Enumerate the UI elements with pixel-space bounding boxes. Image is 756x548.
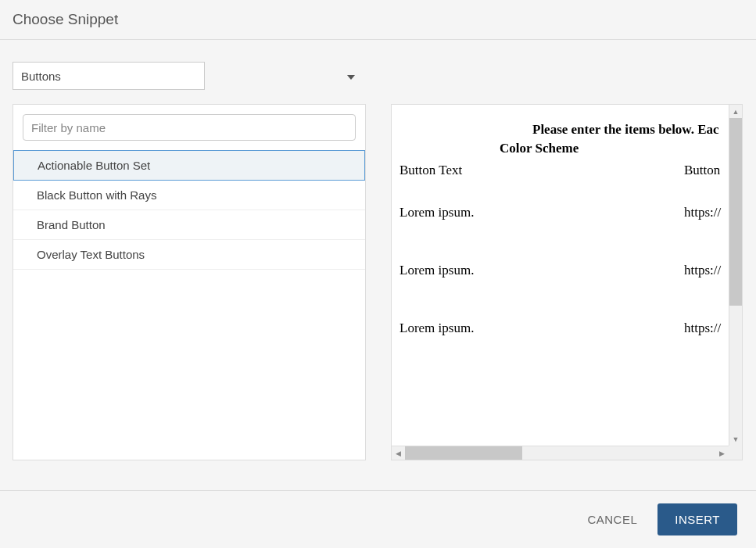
preview-header-right: Button (684, 163, 720, 178)
preview-inner: Please enter the items below. Eac Color … (399, 122, 742, 336)
preview-subtitle: Color Scheme (500, 141, 742, 156)
scroll-up-arrow-icon[interactable]: ▲ (729, 105, 742, 118)
preview-cell-left: Lorem ipsum. (399, 205, 684, 220)
preview-panel: Please enter the items below. Eac Color … (391, 104, 743, 460)
category-select-wrap: Buttons (13, 62, 366, 90)
vertical-scrollbar[interactable]: ▲ ▼ (729, 105, 742, 446)
preview-data-row: Lorem ipsum. https:// (399, 263, 742, 278)
scroll-right-arrow-icon[interactable]: ▶ (715, 446, 729, 460)
scroll-left-arrow-icon[interactable]: ◀ (392, 446, 405, 460)
snippet-item-label: Black Button with Rays (37, 188, 156, 202)
preview-content[interactable]: Please enter the items below. Eac Color … (392, 105, 742, 460)
vertical-scroll-thumb[interactable] (729, 118, 742, 306)
preview-data-row: Lorem ipsum. https:// (399, 205, 742, 220)
dialog-title: Choose Snippet (13, 11, 118, 27)
dialog-header: Choose Snippet (0, 0, 756, 39)
preview-cell-left: Lorem ipsum. (399, 263, 684, 278)
horizontal-scroll-thumb[interactable] (405, 446, 522, 460)
preview-data-row: Lorem ipsum. https:// (399, 321, 742, 336)
insert-button[interactable]: INSERT (657, 503, 737, 535)
snippet-list: Actionable Button Set Black Button with … (13, 150, 365, 270)
horizontal-scrollbar[interactable]: ◀ ▶ (392, 446, 729, 460)
scroll-corner (729, 446, 742, 460)
snippet-item-actionable-button-set[interactable]: Actionable Button Set (13, 150, 365, 181)
chevron-down-icon (347, 69, 355, 83)
filter-wrap (13, 105, 365, 150)
snippet-item-label: Actionable Button Set (38, 159, 150, 172)
cancel-button[interactable]: CANCEL (582, 505, 642, 534)
preview-cell-right: https:// (684, 205, 721, 220)
preview-header-row: Button Text Button (399, 163, 742, 178)
snippet-item-black-button-with-rays[interactable]: Black Button with Rays (13, 181, 365, 210)
dialog-footer: CANCEL INSERT (0, 490, 756, 548)
scroll-down-arrow-icon[interactable]: ▼ (729, 432, 742, 446)
preview-cell-right: https:// (684, 263, 721, 278)
snippet-item-label: Brand Button (37, 218, 106, 231)
main-area: Buttons Actionable Button Set Black Butt… (0, 40, 756, 476)
snippet-item-brand-button[interactable]: Brand Button (13, 210, 365, 240)
category-select[interactable]: Buttons (13, 62, 205, 90)
preview-cell-left: Lorem ipsum. (399, 321, 684, 336)
filter-input[interactable] (23, 114, 356, 141)
snippet-item-overlay-text-buttons[interactable]: Overlay Text Buttons (13, 240, 365, 270)
snippet-list-panel: Actionable Button Set Black Button with … (13, 104, 366, 460)
preview-heading: Please enter the items below. Eac (532, 122, 742, 138)
snippet-item-label: Overlay Text Buttons (37, 248, 145, 261)
preview-cell-right: https:// (684, 321, 721, 336)
left-column: Buttons Actionable Button Set Black Butt… (13, 62, 366, 460)
preview-header-left: Button Text (399, 163, 684, 178)
